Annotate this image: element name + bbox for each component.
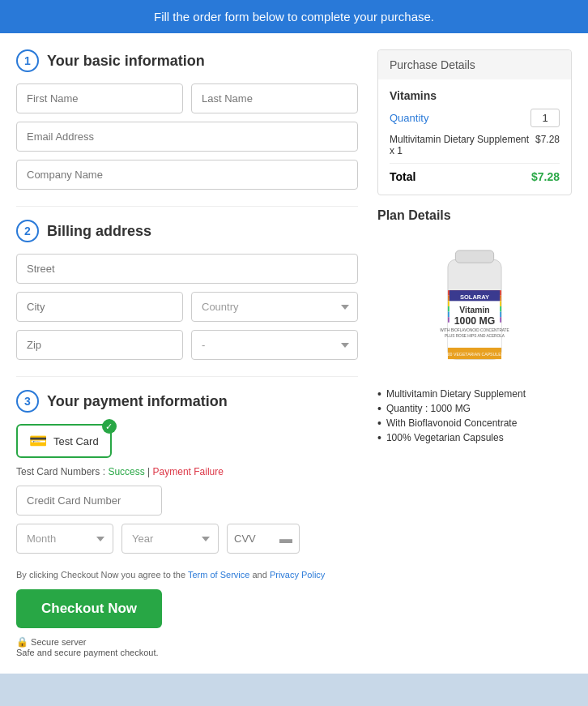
state-select[interactable]: - [191,330,358,360]
test-card-prefix: Test Card Numbers : [16,466,108,477]
checkout-notice-prefix: By clicking Checkout Now you agree to th… [16,570,188,580]
zip-input[interactable] [16,330,183,360]
city-country-row: Country [16,292,358,322]
test-card-option[interactable]: ✓ 💳 Test Card [16,424,112,458]
success-link[interactable]: Success [108,466,144,477]
section-payment: 3 Your payment information ✓ 💳 Test Card… [16,390,358,554]
lock-icon: 🔒 [16,636,28,648]
company-row [16,160,358,190]
cvv-icon: ▬ [279,532,292,546]
section-basic-info: 1 Your basic information [16,49,358,190]
plan-bullet-2: Quantity : 1000 MG [377,403,572,414]
banner-text: Fill the order form below to complete yo… [154,10,434,24]
section3-label: Your payment information [47,393,228,410]
product-row: Multivitamin Dietary Supplement x 1 $7.2… [390,134,560,164]
privacy-link[interactable]: Privacy Policy [270,570,325,580]
product-price: $7.28 [535,134,560,156]
section1-label: Your basic information [47,53,205,70]
secure-info: 🔒 Secure server Safe and secure payment … [16,636,358,657]
product-title: Vitamins [390,89,560,102]
plan-details: Plan Details [377,208,572,443]
country-select[interactable]: Country [191,292,358,322]
plan-title: Plan Details [377,208,572,223]
total-price: $7.28 [531,170,560,183]
bottle-svg: SOLARAY Vitamin 1000 MG WITH BIOFLAVONOI… [430,237,519,374]
year-select[interactable]: Year [121,524,219,554]
card-check-icon: ✓ [102,419,117,434]
svg-text:100 VEGETARIAN CAPSULES: 100 VEGETARIAN CAPSULES [445,352,505,357]
company-input[interactable] [16,160,358,190]
top-banner: Fill the order form below to complete yo… [0,0,588,33]
last-name-input[interactable] [191,83,358,113]
card-label: Test Card [53,435,99,447]
card-icon: 💳 [29,432,47,450]
street-row [16,254,358,284]
cvv-input[interactable] [234,524,275,553]
street-input[interactable] [16,254,358,284]
section2-number: 2 [16,220,39,242]
qty-row: Quantity 1 [390,109,560,127]
secure-server-row: 🔒 Secure server [16,636,358,648]
purchase-details-box: Purchase Details Vitamins Quantity 1 Mul… [377,49,572,195]
purchase-title: Purchase Details [378,50,571,79]
section3-title: 3 Your payment information [16,390,358,413]
checkout-notice: By clicking Checkout Now you agree to th… [16,570,358,580]
plan-bullet-1: Multivitamin Dietary Supplement [377,388,572,400]
svg-text:PLUS ROSE HIPS AND ACEROLA: PLUS ROSE HIPS AND ACEROLA [445,334,505,338]
section1-title: 1 Your basic information [16,49,358,72]
name-row [16,83,358,113]
product-name: Multivitamin Dietary Supplement x 1 [390,134,535,156]
city-input[interactable] [16,292,183,322]
zip-state-row: - [16,330,358,360]
svg-text:Vitamin: Vitamin [459,306,489,314]
tos-link[interactable]: Term of Service [188,570,249,580]
section-billing: 2 Billing address Country - [16,220,358,360]
cc-number-row [16,486,358,516]
first-name-input[interactable] [16,83,183,113]
svg-text:SOLARAY: SOLARAY [460,293,489,301]
section2-label: Billing address [47,223,151,240]
total-row: Total $7.28 [390,170,560,183]
secure-label: Secure server [31,637,86,647]
left-panel: 1 Your basic information 2 [16,49,364,657]
svg-rect-1 [455,250,493,263]
svg-text:WITH BIOFLAVONOID CONCENTRATE: WITH BIOFLAVONOID CONCENTRATE [440,328,509,332]
total-label: Total [390,170,415,183]
plan-bullet-3: With Bioflavonoid Concentrate [377,417,572,429]
section3-number: 3 [16,390,39,413]
right-panel: Purchase Details Vitamins Quantity 1 Mul… [377,49,572,657]
plan-bullets: Multivitamin Dietary Supplement Quantity… [377,388,572,443]
checkout-button[interactable]: Checkout Now [16,589,162,628]
qty-label: Quantity [390,112,428,124]
and-text: and [252,570,269,580]
vitamin-bottle: SOLARAY Vitamin 1000 MG WITH BIOFLAVONOI… [377,233,572,379]
card-option-wrapper: ✓ 💳 Test Card [16,424,358,458]
plan-bullet-4: 100% Vegetarian Capsules [377,432,572,443]
qty-value: 1 [530,109,560,127]
section1-number: 1 [16,49,39,72]
email-input[interactable] [16,122,358,152]
month-select[interactable]: Month [16,524,113,554]
section2-title: 2 Billing address [16,220,358,242]
test-card-info: Test Card Numbers : Success | Payment Fa… [16,466,358,477]
svg-text:1000 MG: 1000 MG [454,315,495,327]
secure-sub: Safe and secure payment checkout. [16,648,358,657]
expiry-cvv-row: Month Year ▬ [16,524,358,554]
cc-number-input[interactable] [16,486,162,516]
failure-link[interactable]: Payment Failure [153,466,224,477]
email-row [16,122,358,152]
